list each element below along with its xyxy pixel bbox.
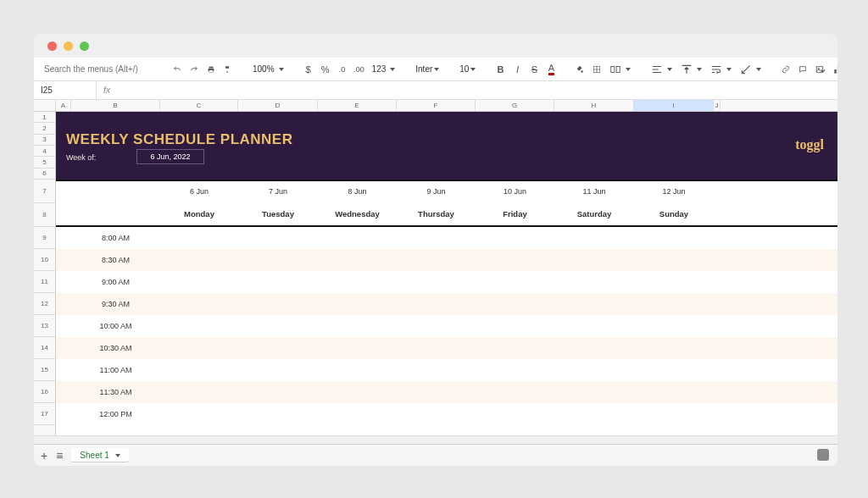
row-header[interactable]: 10 <box>34 249 55 271</box>
strike-icon[interactable]: S <box>527 61 541 78</box>
column-header[interactable]: B <box>71 100 160 111</box>
text-color-icon[interactable]: A <box>544 61 558 78</box>
zoom-select[interactable]: 100% <box>250 61 287 78</box>
maximize-dot[interactable] <box>80 42 89 51</box>
time-row[interactable]: 11:30 AM <box>56 381 837 403</box>
column-header[interactable]: J <box>714 100 721 111</box>
halign-select[interactable] <box>648 61 675 78</box>
date-cell[interactable]: 6 Jun <box>160 187 238 196</box>
formula-bar: I25 fx <box>34 81 837 100</box>
all-sheets-button[interactable]: ≡ <box>56 449 63 462</box>
row-header[interactable]: 7 <box>34 180 55 203</box>
row-header[interactable]: 2 <box>34 123 55 134</box>
font-select[interactable]: Inter <box>413 61 442 78</box>
week-of-value[interactable]: 6 Jun, 2022 <box>136 149 204 164</box>
formula-input[interactable] <box>117 81 837 99</box>
fill-color-icon[interactable] <box>573 61 587 78</box>
column-header[interactable]: A <box>56 100 71 111</box>
link-icon[interactable] <box>779 61 793 78</box>
name-box[interactable]: I25 <box>34 81 97 99</box>
date-cell[interactable]: 9 Jun <box>397 187 476 196</box>
time-row[interactable]: 10:00 AM <box>56 315 837 337</box>
horizontal-scrollbar[interactable] <box>34 435 837 444</box>
row-header[interactable]: 16 <box>34 381 55 403</box>
time-row[interactable]: 9:00 AM <box>56 271 837 293</box>
time-row[interactable]: 8:30 AM <box>56 249 837 271</box>
date-cell[interactable]: 12 Jun <box>634 187 714 196</box>
percent-icon[interactable]: % <box>319 61 332 78</box>
svg-rect-5 <box>611 66 615 72</box>
day-cell[interactable]: Monday <box>160 209 238 219</box>
time-row[interactable]: 12:00 PM <box>56 403 837 425</box>
column-header[interactable]: C <box>160 100 238 111</box>
row-header[interactable]: 4 <box>34 146 55 157</box>
column-header[interactable]: F <box>397 100 476 111</box>
column-header[interactable]: H <box>554 100 634 111</box>
svg-rect-6 <box>617 66 620 72</box>
bold-icon[interactable]: B <box>493 61 507 78</box>
row-header[interactable]: 5 <box>34 157 55 168</box>
chart-select[interactable] <box>830 61 837 78</box>
column-header[interactable] <box>34 100 56 111</box>
toolbar-overflow-icon[interactable]: ⌄ <box>819 63 827 75</box>
add-sheet-button[interactable]: + <box>41 449 47 462</box>
decimal-decrease-icon[interactable]: .0 <box>336 61 349 78</box>
row-header[interactable]: 6 <box>34 169 55 180</box>
row-header[interactable]: 15 <box>34 359 55 381</box>
time-label: 9:30 AM <box>71 300 160 308</box>
rotate-select[interactable] <box>737 61 764 78</box>
day-cell[interactable]: Wednesday <box>318 209 397 219</box>
number-format-select[interactable]: 123 <box>370 61 398 78</box>
borders-icon[interactable] <box>590 61 604 78</box>
cells-area[interactable]: WEEKLY SCHEDULE PLANNER Week of: 6 Jun, … <box>56 112 837 435</box>
date-cell[interactable]: 7 Jun <box>238 187 318 196</box>
sheet-tab[interactable]: Sheet 1 <box>71 448 128 462</box>
time-row[interactable]: 10:30 AM <box>56 337 837 359</box>
caret-icon <box>390 68 395 71</box>
date-cell[interactable]: 10 Jun <box>476 187 554 196</box>
italic-icon[interactable]: I <box>510 61 524 78</box>
comment-icon[interactable] <box>796 61 810 78</box>
redo-icon[interactable] <box>187 61 201 78</box>
wrap-select[interactable] <box>708 61 734 78</box>
column-header[interactable]: D <box>238 100 318 111</box>
merge-cells-select[interactable] <box>607 61 633 78</box>
day-cell[interactable]: Sunday <box>634 209 714 219</box>
print-icon[interactable] <box>204 61 218 78</box>
explore-button[interactable] <box>817 449 829 461</box>
column-header[interactable]: I <box>634 100 714 111</box>
row-header[interactable]: 1 <box>34 112 55 123</box>
paint-format-icon[interactable] <box>221 61 235 78</box>
row-header[interactable]: 11 <box>34 271 55 293</box>
day-cell[interactable]: Saturday <box>554 209 634 219</box>
day-cell[interactable]: Thursday <box>397 209 476 219</box>
date-cell[interactable]: 8 Jun <box>318 187 397 196</box>
day-row: MondayTuesdayWednesdayThursdayFridaySatu… <box>56 203 837 227</box>
row-header[interactable]: 12 <box>34 293 55 315</box>
column-header[interactable]: E <box>318 100 397 111</box>
column-header[interactable]: G <box>476 100 554 111</box>
valign-select[interactable] <box>678 61 704 78</box>
row-header[interactable]: 9 <box>34 227 55 249</box>
toolbar: 100% $ % .0 .00 123 Inter 10 B I S A Σ <box>34 58 837 81</box>
undo-icon[interactable] <box>170 61 184 78</box>
minimize-dot[interactable] <box>64 42 73 51</box>
row-header[interactable]: 14 <box>34 337 55 359</box>
close-dot[interactable] <box>47 42 57 51</box>
currency-icon[interactable]: $ <box>302 61 315 78</box>
row-header[interactable]: 17 <box>34 403 55 425</box>
row-header[interactable]: 3 <box>34 135 55 146</box>
font-size-select[interactable]: 10 <box>457 61 478 78</box>
day-cell[interactable]: Friday <box>476 209 554 219</box>
search-menus-input[interactable] <box>41 61 155 78</box>
time-row[interactable]: 9:30 AM <box>56 293 837 315</box>
day-cell[interactable]: Tuesday <box>238 209 318 219</box>
decimal-increase-icon[interactable]: .00 <box>353 61 366 78</box>
caret-icon <box>667 68 672 71</box>
row-header[interactable]: 13 <box>34 315 55 337</box>
svg-rect-2 <box>209 69 213 72</box>
time-row[interactable]: 8:00 AM <box>56 227 837 249</box>
row-header[interactable]: 8 <box>34 203 55 227</box>
date-cell[interactable]: 11 Jun <box>554 187 634 196</box>
time-row[interactable]: 11:00 AM <box>56 359 837 381</box>
